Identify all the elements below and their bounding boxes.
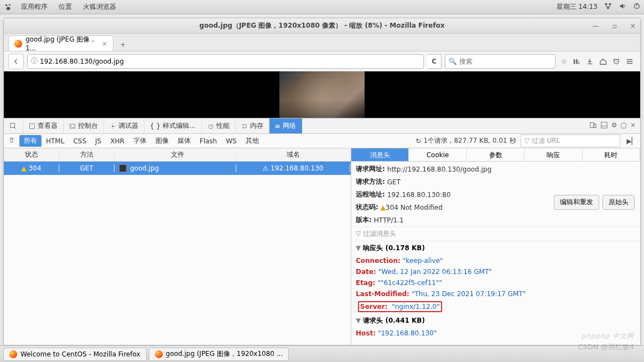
- details-tab-cookies[interactable]: Cookie: [409, 148, 466, 161]
- details-tab-headers[interactable]: 消息头: [351, 148, 409, 161]
- minimize-button[interactable]: —: [593, 22, 599, 30]
- devtools-close-icon[interactable]: ×: [630, 121, 636, 131]
- search-box[interactable]: 🔍: [445, 54, 555, 69]
- back-button[interactable]: [8, 54, 24, 69]
- firefox-icon: [14, 40, 22, 48]
- tab-performance[interactable]: 性能: [202, 118, 236, 133]
- firefox-icon: [155, 350, 163, 358]
- browser-tab[interactable]: good.jpg (JPEG 图像，1... ×: [8, 35, 113, 51]
- devtools-picker-icon[interactable]: [4, 118, 23, 133]
- filter-css[interactable]: CSS: [69, 136, 91, 146]
- svg-rect-13: [243, 125, 246, 128]
- tab-close-icon[interactable]: ×: [102, 40, 107, 48]
- col-method[interactable]: 方法: [59, 150, 115, 159]
- svg-point-1: [9, 4, 11, 6]
- tab-network[interactable]: ≡ 网络: [269, 118, 302, 133]
- new-tab-button[interactable]: +: [117, 39, 129, 51]
- table-header: 状态 方法 文件 域名: [4, 148, 351, 162]
- request-headers-section[interactable]: ▼请求头 (0.441 KB): [351, 314, 640, 328]
- headers-panel: 请求网址:http://192.168.80.130/good.jpg 请求方法…: [351, 162, 640, 345]
- library-icon[interactable]: [573, 58, 580, 65]
- close-window-button[interactable]: ×: [630, 22, 636, 30]
- col-file[interactable]: 文件: [115, 150, 236, 159]
- details-tab-timing[interactable]: 耗时: [583, 148, 640, 161]
- insecure-icon: ⚠: [262, 164, 268, 172]
- firefox-window: good.jpg（JPEG 图像，1920x1080 像素） - 缩放 (8%)…: [3, 18, 641, 345]
- svg-point-0: [6, 4, 8, 6]
- filter-ws[interactable]: WS: [221, 136, 241, 146]
- request-details: 消息头 Cookie 参数 响应 耗时 请求网址:http://192.168.…: [351, 148, 640, 345]
- edit-resend-button[interactable]: 编辑和重发: [554, 195, 599, 210]
- filter-other[interactable]: 其他: [241, 135, 263, 147]
- request-url: http://192.168.80.130/good.jpg: [387, 166, 492, 173]
- gnome-menu-apps[interactable]: 应用程序: [15, 2, 53, 12]
- raw-headers-button[interactable]: 原始头: [603, 195, 635, 210]
- taskbar-entry-goodjpg[interactable]: good.jpg (JPEG 图像，1920x1080 ...: [149, 348, 289, 361]
- devtools-settings-icon[interactable]: ⚙: [611, 121, 617, 131]
- hamburger-menu-icon[interactable]: [626, 58, 633, 65]
- tab-console[interactable]: 控制台: [64, 118, 104, 133]
- filter-url-input[interactable]: ▽ 过滤 URL: [521, 135, 620, 147]
- response-headers-section[interactable]: ▼响应头 (0.178 KB): [351, 241, 640, 255]
- image-type-icon: [119, 164, 127, 172]
- tab-memory[interactable]: 内存: [236, 118, 269, 133]
- warning-icon: ▲: [21, 164, 26, 172]
- requests-table: 状态 方法 文件 域名 ▲304 GET good.jpg ⚠ 192.168.…: [4, 148, 351, 345]
- url-input[interactable]: [40, 58, 420, 65]
- tab-inspector[interactable]: 查看器: [23, 118, 64, 133]
- details-tab-params[interactable]: 参数: [467, 148, 524, 161]
- col-domain[interactable]: 域名: [236, 150, 350, 159]
- svg-rect-5: [607, 7, 609, 9]
- watermark-author: CSDN @羽红敏4: [578, 342, 634, 352]
- gnome-menu-places[interactable]: 位置: [53, 2, 77, 12]
- details-tabs: 消息头 Cookie 参数 响应 耗时: [351, 148, 640, 162]
- network-icon[interactable]: [604, 2, 612, 12]
- tab-debugger[interactable]: 调试器: [104, 118, 144, 133]
- tab-strip: good.jpg (JPEG 图像，1... × +: [4, 34, 640, 51]
- filter-html[interactable]: HTML: [41, 136, 69, 146]
- downloads-icon[interactable]: [586, 58, 594, 65]
- dock-side-icon[interactable]: ▢: [621, 121, 627, 131]
- page-content: [4, 71, 640, 118]
- filter-images[interactable]: 图像: [151, 135, 173, 147]
- har-icon[interactable]: ▶▏: [624, 137, 640, 145]
- maximize-button[interactable]: ▫: [612, 22, 617, 30]
- taskbar-entry-centos[interactable]: Welcome to CentOS - Mozilla Firefox: [3, 348, 147, 361]
- gnome-top-panel: 应用程序 位置 火狐浏览器 星期三 14:13: [0, 0, 644, 14]
- devtools-toolbar: 查看器 控制台 调试器 { }样式编辑... 性能 内存 ≡ 网络 ⚙ ▢ ×: [4, 118, 640, 134]
- devtools-panel: 查看器 控制台 调试器 { }样式编辑... 性能 内存 ≡ 网络 ⚙ ▢ × …: [4, 118, 640, 345]
- reload-hint-icon: ↻: [416, 137, 421, 145]
- gnome-bottom-panel: Welcome to CentOS - Mozilla Firefox good…: [0, 345, 644, 362]
- bookmark-star-icon[interactable]: ☆: [561, 58, 567, 65]
- server-header-highlight: Server: "nginx/1.12.0": [358, 301, 442, 312]
- address-bar[interactable]: ⓘ: [27, 54, 424, 69]
- gnome-menu-firefox[interactable]: 火狐浏览器: [77, 2, 122, 12]
- site-info-icon[interactable]: ⓘ: [31, 56, 38, 66]
- pocket-icon[interactable]: [612, 58, 620, 65]
- firefox-icon: [9, 350, 17, 358]
- tab-style-editor[interactable]: { }样式编辑...: [144, 118, 202, 133]
- svg-point-2: [7, 7, 11, 10]
- responsive-mode-icon[interactable]: [589, 121, 597, 131]
- request-row[interactable]: ▲304 GET good.jpg ⚠ 192.168.80.130: [4, 162, 351, 175]
- reload-button[interactable]: C: [427, 54, 442, 69]
- search-input[interactable]: [459, 58, 552, 65]
- http-version: HTTP/1.1: [374, 216, 404, 224]
- clear-requests-icon[interactable]: [4, 137, 19, 145]
- svg-rect-9: [30, 123, 35, 128]
- col-status[interactable]: 状态: [4, 150, 59, 159]
- toolbar: ⓘ C 🔍 ☆: [4, 51, 640, 71]
- home-icon[interactable]: [599, 58, 607, 65]
- filter-media[interactable]: 媒体: [173, 135, 195, 147]
- status-code: 304 Not Modified: [386, 204, 443, 211]
- filter-flash[interactable]: Flash: [195, 136, 221, 146]
- sound-icon[interactable]: [619, 2, 626, 12]
- power-icon[interactable]: [633, 2, 641, 12]
- filter-fonts[interactable]: 字体: [129, 135, 151, 147]
- details-tab-response[interactable]: 响应: [524, 148, 582, 161]
- filter-headers-input[interactable]: ▽ 过滤消息头: [351, 226, 640, 241]
- filter-all[interactable]: 所有: [19, 135, 41, 147]
- split-console-icon[interactable]: [600, 121, 608, 131]
- filter-js[interactable]: JS: [91, 136, 106, 146]
- filter-xhr[interactable]: XHR: [106, 136, 129, 146]
